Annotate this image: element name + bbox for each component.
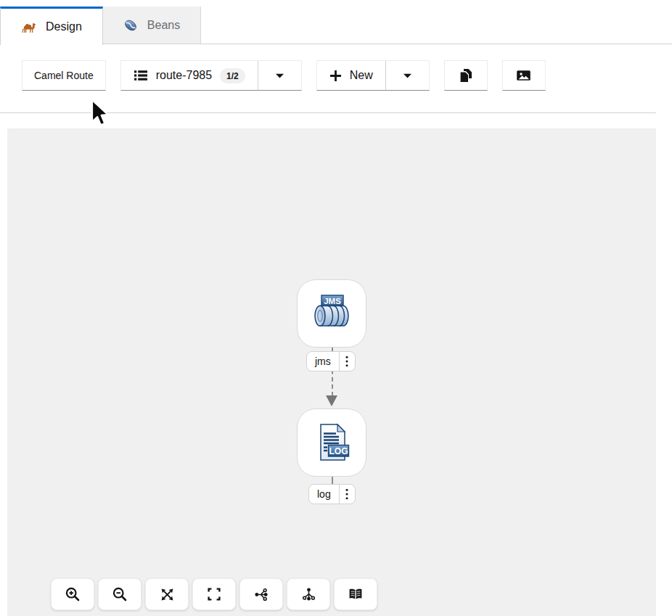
vertical-layout-button[interactable]: [287, 578, 330, 610]
kebab-icon: [345, 488, 348, 500]
node-log-label-pill[interactable]: log: [308, 484, 356, 504]
bean-icon: [123, 18, 138, 33]
designer-toolbar: Camel Route route-7985 1/2 New: [22, 60, 546, 91]
camel-icon: [21, 20, 36, 33]
kebab-icon: [345, 356, 348, 367]
plus-icon: [329, 70, 342, 82]
mouse-cursor: [91, 99, 110, 131]
canvas-control-bar: [51, 578, 377, 610]
tab-design-label: Design: [46, 20, 82, 33]
expand-arrows-icon: [160, 587, 175, 602]
log-icon: LOG: [311, 422, 352, 463]
route-name: route-7985: [156, 69, 212, 82]
node-log-label: log: [309, 485, 339, 504]
toolbar-divider: [0, 112, 656, 113]
edge-log-label-stub: [332, 477, 333, 484]
chevron-down-icon: [276, 73, 284, 78]
tab-beans[interactable]: Beans: [103, 7, 201, 44]
zoom-out-button[interactable]: [98, 578, 142, 610]
route-selector-caret-button[interactable]: [258, 61, 301, 90]
node-jms-label-pill[interactable]: jms: [306, 351, 356, 371]
camel-route-button[interactable]: Camel Route: [22, 60, 106, 91]
route-visibility-badge: 1/2: [220, 68, 245, 83]
horizontal-layout-button[interactable]: [239, 578, 283, 610]
node-jms[interactable]: JMS: [297, 279, 366, 348]
list-icon: [134, 68, 148, 83]
route-selector: route-7985 1/2: [120, 60, 302, 91]
node-log-kebab-button[interactable]: [339, 485, 355, 504]
tab-bar: Design Beans: [0, 7, 672, 44]
new-route-label: New: [350, 69, 373, 82]
new-route-button[interactable]: New: [317, 61, 385, 90]
tab-design[interactable]: Design: [0, 7, 103, 45]
export-image-button[interactable]: [502, 60, 546, 91]
new-route-caret-button[interactable]: [385, 61, 429, 90]
zoom-in-icon: [65, 586, 81, 602]
route-selector-toggle[interactable]: route-7985 1/2: [121, 61, 258, 90]
zoom-in-button[interactable]: [51, 578, 94, 610]
copy-route-button[interactable]: [444, 60, 488, 91]
kaoto-route-designer: Design Beans Camel Route: [0, 0, 672, 616]
node-jms-kebab-button[interactable]: [339, 352, 355, 371]
image-icon: [516, 68, 531, 83]
vertical-layout-icon: [301, 587, 316, 602]
node-log[interactable]: LOG: [297, 408, 366, 477]
edge-arrowhead: [326, 395, 337, 406]
zoom-out-icon: [112, 586, 128, 602]
horizontal-layout-icon: [254, 587, 269, 602]
reset-view-button[interactable]: [192, 578, 236, 610]
jms-icon: JMS: [311, 293, 353, 334]
svg-text:LOG: LOG: [329, 446, 348, 456]
flow-canvas[interactable]: JMS jms LOG: [7, 128, 656, 616]
fit-to-screen-button[interactable]: [145, 578, 189, 610]
corner-brackets-icon: [207, 587, 221, 601]
new-route-split-button: New: [316, 60, 430, 91]
book-icon: [348, 587, 364, 601]
node-jms-label: jms: [307, 352, 339, 371]
tab-beans-label: Beans: [147, 19, 180, 32]
chevron-down-icon: [403, 73, 411, 78]
svg-text:JMS: JMS: [324, 297, 341, 305]
open-catalog-button[interactable]: [334, 578, 377, 610]
copy-icon: [459, 68, 473, 83]
